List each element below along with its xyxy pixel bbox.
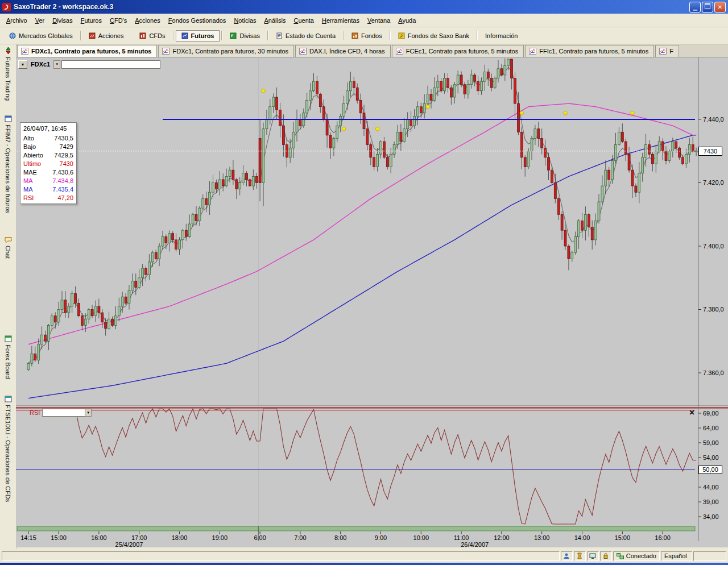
svg-text:16:00: 16:00 [91, 534, 107, 541]
price-rsi-chart[interactable]: 7.440,07.420,07.400,07.380,07.360,069,00… [16, 57, 728, 547]
svg-text:59,00: 59,00 [703, 439, 719, 446]
chart-tab-4[interactable]: FFIc1, Contrato para futuros, 5 minutos [525, 45, 654, 57]
toolbar-separator [80, 31, 81, 40]
chart-tab-bar: FDXc1, Contrato para futuros, 5 minutosF… [16, 44, 728, 57]
svg-text:54,00: 54,00 [703, 454, 719, 461]
rsi-close-icon[interactable]: ✕ [688, 409, 696, 417]
maximize-icon [705, 3, 710, 9]
maximize-button[interactable] [702, 2, 713, 13]
toolbar-separator [221, 31, 222, 40]
svg-text:7.440,0: 7.440,0 [703, 116, 724, 123]
legend-row-value: 7430,5 [54, 135, 73, 142]
chart-tab-label: FFIc1, Contrato para futuros, 5 minutos [539, 48, 648, 55]
svg-text:7.420,0: 7.420,0 [703, 179, 724, 186]
legend-row-label: Alto [23, 135, 34, 142]
menu-archivo[interactable]: Archivo [2, 15, 31, 26]
legend-row-value: 7429,5 [54, 152, 73, 159]
toolbar-button-fondos[interactable]: Fondos [346, 30, 388, 41]
fx-icon [230, 32, 237, 39]
futures-panel-icon [5, 115, 12, 122]
status-user-icon-cell [561, 551, 573, 561]
toolbar-button-label: Mercados Globales [19, 32, 73, 39]
chart-icon [659, 48, 667, 55]
legend-row-value: 7429 [60, 143, 73, 150]
legend-row-ma: MA7.435,4 [20, 185, 76, 193]
legend-row-label: RSI [23, 194, 34, 201]
futures-icon [181, 32, 188, 39]
chart-menu-dropdown-icon[interactable]: ▼ [18, 60, 27, 69]
menu-herramientas[interactable]: Herramientas [318, 15, 363, 26]
symbol-selector: ▼ FDXc1 ▼ [18, 60, 160, 69]
toolbar-button-divisas[interactable]: Divisas [224, 30, 265, 41]
last-price-badge: 7430 [698, 147, 722, 156]
menu-divisas[interactable]: Divisas [48, 15, 76, 26]
minimize-button[interactable]: ▁ [689, 2, 701, 13]
svg-text:16:00: 16:00 [655, 534, 671, 541]
sidebar-item-forex-board[interactable]: Forex Board [0, 335, 16, 379]
svg-text:64,00: 64,00 [703, 425, 719, 431]
chart-tab-0[interactable]: FDXc1, Contrato para futuros, 5 minutos [17, 45, 157, 57]
toolbar-separator [343, 31, 344, 40]
chart-tab-2[interactable]: DAX.I, Índice CFD, 4 horas [295, 45, 391, 57]
toolbar-button-label: Divisas [239, 32, 259, 39]
toolbar-button-estado-de-cuenta[interactable]: Estado de Cuenta [270, 30, 341, 41]
sidebar-item-ffim7-operaciones-de-futuros[interactable]: FFIM7 - Operaciones de futuros [0, 115, 16, 213]
legend-row-label: Abierto [23, 152, 43, 159]
status-screen-icon-cell [587, 551, 599, 561]
window-title: SaxoTrader 2 - workspace.ok.3 [14, 3, 688, 11]
svg-text:14:00: 14:00 [574, 534, 590, 541]
toolbar-button-cfds[interactable]: CFDs [134, 30, 171, 41]
rsi-dropdown-icon[interactable]: ▼ [85, 409, 92, 417]
legend-row-bajo: Bajo7429 [20, 142, 76, 151]
menu-cuenta[interactable]: Cuenta [289, 15, 317, 26]
sidebar-item-label: FTSE100.I - Operaciones de CFDs [5, 405, 11, 502]
chart-icon [396, 48, 403, 55]
svg-text:7.360,0: 7.360,0 [703, 369, 724, 376]
connection-status-label: Conectado [626, 552, 656, 559]
toolbar-button-fondos-de-saxo-bank[interactable]: Fondos de Saxo Bank [392, 30, 475, 41]
legend-row-label: Ultimo [23, 160, 41, 167]
menu-cfd-s[interactable]: CFD's [106, 15, 131, 26]
toolbar-button-mercados-globales[interactable]: Mercados Globales [3, 30, 78, 41]
menu-an-lisis[interactable]: Análisis [260, 15, 290, 26]
rsi-settings-input[interactable] [42, 409, 85, 417]
toolbar-button-futuros[interactable]: Futuros [176, 30, 220, 41]
menu-acciones[interactable]: Acciones [131, 15, 164, 26]
chart-tab-label: FDXc1, Contrato para futuros, 30 minutos [172, 48, 288, 55]
forex-board-icon [5, 335, 12, 342]
connection-status-panel: Conectado [613, 551, 660, 561]
menu-ver[interactable]: Ver [31, 15, 49, 26]
toolbar-separator [390, 31, 391, 40]
account-icon [276, 32, 283, 39]
hourglass-icon [576, 552, 583, 559]
menu-bar: ArchivoVerDivisasFuturosCFD'sAccionesFon… [0, 14, 728, 27]
svg-text:8:00: 8:00 [334, 534, 346, 541]
toolbar: Mercados GlobalesAccionesCFDsFuturosDivi… [0, 27, 728, 44]
chart-tab-1[interactable]: FDXc1, Contrato para futuros, 30 minutos [158, 45, 294, 57]
toolbar-separator [173, 31, 174, 40]
menu-futuros[interactable]: Futuros [77, 15, 106, 26]
svg-text:34,00: 34,00 [703, 513, 719, 520]
symbol-search-input[interactable] [61, 60, 160, 69]
toolbar-button-label: Fondos [361, 32, 382, 39]
language-panel: Español [661, 551, 692, 561]
globe-icon [9, 32, 16, 39]
toolbar-button-acciones[interactable]: Acciones [83, 30, 130, 41]
legend-row-rsi: RSI47,20 [20, 193, 76, 202]
sidebar-item-ftse100-i-operaciones-de-cfds[interactable]: FTSE100.I - Operaciones de CFDs [0, 396, 16, 502]
menu-ayuda[interactable]: Ayuda [394, 15, 420, 26]
svg-text:25/4/2007: 25/4/2007 [115, 541, 143, 548]
chart-tab-3[interactable]: FCEc1, Contrato para futuros, 5 minutos [392, 45, 524, 57]
legend-row-ultimo: Ultimo7430 [20, 159, 76, 168]
menu-fondos-gestionados[interactable]: Fondos Gestionados [164, 15, 230, 26]
close-button[interactable]: ✕ [714, 2, 726, 13]
chart-area: 7.440,07.420,07.400,07.380,07.360,069,00… [16, 57, 728, 547]
menu-ventana[interactable]: Ventana [363, 15, 394, 26]
symbol-dropdown-icon[interactable]: ▼ [53, 60, 60, 69]
chart-tab-5[interactable]: F [655, 45, 679, 57]
sidebar-item-futures-trading[interactable]: Futures Trading [0, 47, 16, 101]
status-message-panel [2, 551, 560, 561]
menu-noticias[interactable]: Noticias [230, 15, 260, 26]
toolbar-button-informaci-n[interactable]: Información [479, 30, 523, 41]
sidebar-item-chat[interactable]: Chat [0, 236, 16, 259]
